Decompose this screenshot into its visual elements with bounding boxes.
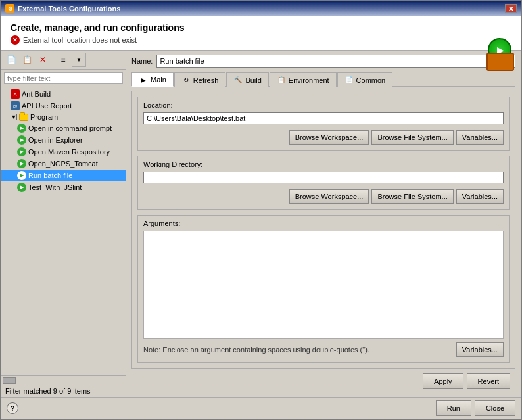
delete-config-button[interactable]: ✕ — [36, 53, 50, 67]
error-icon: ✕ — [11, 35, 20, 45]
tab-refresh[interactable]: ↻ Refresh — [174, 72, 226, 87]
working-dir-browse-workspace-button[interactable]: Browse Workspace... — [289, 189, 369, 204]
tab-common-label: Common — [356, 76, 386, 84]
working-dir-input[interactable] — [143, 172, 504, 183]
run-item-icon-5: ▶ — [17, 171, 26, 180]
horizontal-scrollbar[interactable] — [1, 375, 126, 385]
error-text: External tool location does not exist — [23, 36, 137, 44]
tab-main-icon: ▶ — [139, 75, 148, 84]
name-row: Name: — [131, 55, 515, 68]
tree-item-ngps-tomcat[interactable]: ▶ Open_NGPS_Tomcat — [1, 158, 126, 170]
tab-main[interactable]: ▶ Main — [131, 72, 174, 87]
arguments-title: Arguments: — [143, 220, 504, 227]
tree-item-test-jslint[interactable]: ▶ Test_With_JSlint — [1, 181, 126, 193]
location-browse-workspace-button[interactable]: Browse Workspace... — [289, 130, 369, 145]
run-item-icon: ▶ — [17, 124, 26, 133]
title-bar: ⚙ External Tools Configurations ✕ — [1, 1, 521, 16]
help-button[interactable]: ? — [7, 402, 18, 414]
tree-area: A Ant Build @ API Use Report ▼ Program ▶ — [1, 87, 126, 375]
close-button[interactable]: Close — [475, 400, 515, 416]
api-icon: @ — [11, 101, 20, 110]
header-area: Create, manage, and run configurations ✕… — [1, 16, 521, 51]
tree-item-ant-build[interactable]: A Ant Build — [1, 88, 126, 100]
working-dir-variables-button[interactable]: Variables... — [456, 189, 504, 204]
duplicate-config-button[interactable]: 📋 — [20, 53, 34, 67]
folder-icon — [19, 114, 28, 121]
title-bar-left: ⚙ External Tools Configurations — [5, 4, 120, 13]
location-input[interactable] — [143, 112, 504, 124]
bag-icon — [486, 53, 514, 71]
expand-program-icon[interactable]: ▼ — [11, 114, 17, 120]
left-toolbar: 📄 📋 ✕ ≡ ▼ — [1, 51, 126, 70]
window-title: External Tools Configurations — [18, 5, 120, 12]
tree-label-maven-repo: Open Maven Respository — [28, 148, 110, 156]
header-title: Create, manage, and run configurations — [11, 22, 511, 33]
tree-item-maven-repo[interactable]: ▶ Open Maven Respository — [1, 146, 126, 158]
filter-status: Filter matched 9 of 9 items — [1, 385, 126, 397]
header-error: ✕ External tool location does not exist — [11, 35, 511, 45]
right-panel: Name: ▶ Main ↻ Refresh 🔨 Build 📋 — [126, 51, 521, 397]
tab-environment-label: Environment — [289, 76, 329, 84]
arguments-footer: Note: Enclose an argument containing spa… — [143, 342, 504, 357]
tree-label-open-explorer: Open in Explorer — [28, 136, 83, 144]
tab-refresh-label: Refresh — [193, 76, 219, 84]
tab-build[interactable]: 🔨 Build — [226, 72, 268, 87]
apply-button[interactable]: Apply — [423, 373, 463, 389]
tree-item-open-explorer[interactable]: ▶ Open in Explorer — [1, 134, 126, 146]
tree-label-open-command-prompt: Open in command prompt — [28, 124, 112, 132]
name-label: Name: — [131, 57, 153, 65]
apply-revert-bar: Apply Revert — [131, 369, 515, 393]
tree-label-ant-build: Ant Build — [22, 90, 51, 98]
tree-label-run-batch: Run batch file — [28, 172, 72, 179]
working-dir-title: Working Directory: — [143, 160, 504, 168]
scroll-thumb[interactable] — [3, 377, 16, 384]
window-icon: ⚙ — [5, 4, 14, 13]
tree-label-program: Program — [30, 113, 58, 121]
location-browse-filesystem-button[interactable]: Browse File System... — [371, 130, 453, 145]
location-variables-button[interactable]: Variables... — [456, 130, 504, 145]
arguments-note: Note: Enclose an argument containing spa… — [143, 346, 369, 354]
external-tools-window: ⚙ External Tools Configurations ✕ Create… — [0, 0, 522, 420]
bottom-bar: ? Run Close — [1, 397, 521, 419]
arguments-section: Arguments: Note: Enclose an argument con… — [137, 215, 510, 363]
final-buttons: Run Close — [436, 400, 515, 416]
window-close-button[interactable]: ✕ — [505, 4, 517, 13]
run-button[interactable]: Run — [436, 400, 471, 416]
tree-label-api-use-report: API Use Report — [22, 102, 72, 110]
run-item-icon-2: ▶ — [17, 135, 26, 145]
tree-item-api-use-report[interactable]: @ API Use Report — [1, 100, 126, 112]
run-item-icon-4: ▶ — [17, 159, 26, 168]
filter-input[interactable] — [4, 72, 123, 84]
working-dir-buttons: Browse Workspace... Browse File System..… — [143, 189, 504, 204]
tab-environment[interactable]: 📋 Environment — [270, 72, 337, 87]
filter-wrap — [1, 70, 126, 87]
working-dir-section: Working Directory: Browse Workspace... B… — [137, 156, 510, 210]
location-buttons: Browse Workspace... Browse File System..… — [143, 130, 504, 145]
revert-button[interactable]: Revert — [467, 373, 510, 389]
working-dir-browse-filesystem-button[interactable]: Browse File System... — [371, 189, 453, 204]
tabs-row: ▶ Main ↻ Refresh 🔨 Build 📋 Environment 📄 — [131, 72, 515, 87]
tab-main-label: Main — [151, 76, 166, 83]
tree-label-test-jslint: Test_With_JSlint — [28, 183, 82, 191]
tree-item-run-batch[interactable]: ▶ Run batch file — [1, 170, 126, 181]
run-item-icon-6: ▶ — [17, 183, 26, 192]
tab-common-icon: 📄 — [344, 76, 354, 85]
location-section: Location: Browse Workspace... Browse Fil… — [137, 97, 510, 151]
left-panel: 📄 📋 ✕ ≡ ▼ A Ant Build @ API Use — [1, 51, 126, 397]
content-area: 📄 📋 ✕ ≡ ▼ A Ant Build @ API Use — [1, 51, 521, 397]
tab-environment-icon: 📋 — [277, 76, 286, 85]
tab-build-label: Build — [245, 76, 261, 84]
ant-icon: A — [11, 89, 20, 99]
name-input[interactable] — [156, 55, 515, 68]
arguments-variables-button[interactable]: Variables... — [456, 342, 504, 357]
dropdown-button[interactable]: ▼ — [72, 53, 86, 67]
tab-common[interactable]: 📄 Common — [337, 72, 393, 87]
new-config-button[interactable]: 📄 — [4, 53, 18, 67]
arguments-textarea[interactable] — [143, 231, 504, 339]
collapse-button[interactable]: ≡ — [56, 53, 70, 67]
tree-item-open-command-prompt[interactable]: ▶ Open in command prompt — [1, 122, 126, 134]
tab-build-icon: 🔨 — [233, 76, 243, 85]
tree-item-program[interactable]: ▼ Program — [1, 112, 126, 122]
tree-label-ngps-tomcat: Open_NGPS_Tomcat — [28, 160, 98, 168]
config-panel: Location: Browse Workspace... Browse Fil… — [131, 91, 515, 369]
